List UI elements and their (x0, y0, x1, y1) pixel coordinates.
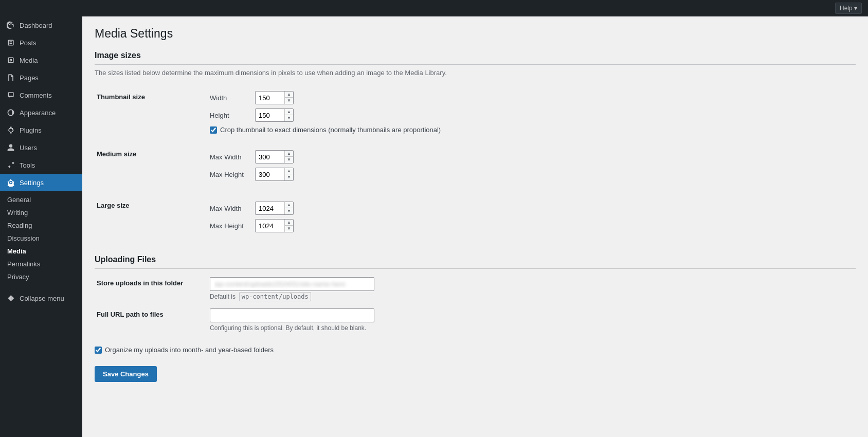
sidebar-item-posts-label: Posts (20, 39, 37, 47)
thumbnail-height-up[interactable]: ▲ (285, 109, 293, 115)
submenu-writing[interactable]: Writing (0, 206, 82, 219)
store-folder-hint-text: Default is (210, 293, 236, 300)
medium-height-input[interactable] (256, 169, 284, 180)
crop-thumbnail-checkbox[interactable] (210, 126, 217, 134)
full-url-row: Full URL path to files Configuring this … (95, 304, 856, 336)
uploading-title: Uploading Files (95, 255, 856, 269)
large-max-width-label: Max Width (210, 205, 251, 212)
media-icon (6, 56, 15, 65)
thumbnail-height-spinner: ▲ ▼ (284, 109, 293, 121)
thumbnail-size-row: Thumbnail size Width ▲ ▼ (95, 87, 856, 138)
large-width-input-wrap: ▲ ▼ (255, 202, 294, 215)
sidebar-item-users-label: Users (20, 144, 37, 152)
sidebar-item-dashboard-label: Dashboard (20, 22, 52, 29)
save-changes-button[interactable]: Save Changes (95, 366, 157, 382)
main-content: Media Settings Image sizes The sizes lis… (82, 16, 868, 437)
medium-height-up[interactable]: ▲ (285, 168, 293, 174)
sidebar-item-pages[interactable]: Pages (0, 69, 82, 86)
settings-icon (6, 178, 15, 187)
uploading-table: Store uploads in this folder Default is … (95, 273, 856, 336)
sidebar-item-plugins[interactable]: Plugins (0, 121, 82, 139)
collapse-menu-button[interactable]: Collapse menu (0, 289, 82, 307)
sidebar-item-tools[interactable]: Tools (0, 156, 82, 174)
thumbnail-width-input[interactable] (256, 92, 284, 104)
save-button-wrap: Save Changes (95, 354, 856, 382)
crop-checkbox-row: Crop thumbnail to exact dimensions (norm… (210, 126, 854, 134)
medium-height-input-wrap: ▲ ▼ (255, 168, 294, 181)
sidebar-item-dashboard[interactable]: Dashboard (0, 16, 82, 34)
settings-submenu: General Writing Reading Discussion Media… (0, 191, 82, 285)
full-url-input[interactable] (210, 308, 374, 322)
sidebar-item-settings-label: Settings (20, 179, 44, 187)
medium-max-width-label: Max Width (210, 153, 251, 161)
submenu-reading[interactable]: Reading (0, 219, 82, 232)
full-url-label: Full URL path to files (97, 311, 164, 318)
organize-uploads-row: Organize my uploads into month- and year… (95, 346, 856, 354)
large-height-spinner: ▲ ▼ (284, 220, 293, 232)
large-height-up[interactable]: ▲ (285, 220, 293, 226)
thumbnail-height-input[interactable] (256, 110, 284, 121)
sidebar-item-media[interactable]: Media (0, 51, 82, 69)
large-width-row: Max Width ▲ ▼ (210, 202, 854, 215)
collapse-icon (6, 294, 15, 303)
large-width-input[interactable] (256, 203, 284, 214)
sidebar-item-comments-label: Comments (20, 92, 52, 99)
submenu-general[interactable]: General (0, 193, 82, 206)
medium-width-row: Max Width ▲ ▼ (210, 150, 854, 163)
large-height-down[interactable]: ▼ (285, 226, 293, 232)
comments-icon (6, 90, 15, 100)
thumbnail-width-down[interactable]: ▼ (285, 98, 293, 104)
image-sizes-table: Thumbnail size Width ▲ ▼ (95, 87, 856, 241)
crop-thumbnail-label: Crop thumbnail to exact dimensions (norm… (220, 126, 441, 134)
medium-height-row: Max Height ▲ ▼ (210, 168, 854, 181)
large-width-down[interactable]: ▼ (285, 208, 293, 214)
image-sizes-desc: The sizes listed below determine the max… (95, 69, 856, 77)
sidebar-item-appearance[interactable]: Appearance (0, 104, 82, 121)
thumbnail-width-up[interactable]: ▲ (285, 92, 293, 98)
help-button[interactable]: Help ▾ (835, 3, 862, 14)
large-height-row: Max Height ▲ ▼ (210, 219, 854, 232)
organize-uploads-label: Organize my uploads into month- and year… (105, 346, 274, 354)
store-folder-hint: Default is wp-content/uploads (210, 293, 854, 300)
large-size-label: Large size (97, 202, 130, 209)
sidebar-item-posts[interactable]: Posts (0, 34, 82, 51)
store-folder-input[interactable] (210, 277, 374, 291)
submenu-discussion[interactable]: Discussion (0, 232, 82, 245)
full-url-hint: Configuring this is optional. By default… (210, 324, 854, 332)
medium-width-up[interactable]: ▲ (285, 151, 293, 157)
submenu-media[interactable]: Media (0, 245, 82, 258)
image-sizes-title: Image sizes (95, 51, 856, 65)
medium-height-down[interactable]: ▼ (285, 174, 293, 180)
submenu-permalinks[interactable]: Permalinks (0, 258, 82, 270)
store-folder-hint-code: wp-content/uploads (239, 292, 311, 301)
uploading-section: Uploading Files Store uploads in this fo… (95, 255, 856, 354)
large-size-row: Large size Max Width ▲ ▼ (95, 189, 856, 241)
store-folder-row: Store uploads in this folder Default is … (95, 273, 856, 304)
users-icon (6, 143, 15, 152)
submenu-privacy[interactable]: Privacy (0, 270, 82, 283)
thumbnail-height-down[interactable]: ▼ (285, 115, 293, 121)
medium-height-spinner: ▲ ▼ (284, 168, 293, 180)
large-height-input-wrap: ▲ ▼ (255, 219, 294, 232)
pages-icon (6, 73, 15, 82)
sidebar-item-appearance-label: Appearance (20, 109, 56, 117)
sidebar-item-users[interactable]: Users (0, 139, 82, 156)
posts-icon (6, 38, 15, 47)
large-max-height-label: Max Height (210, 222, 251, 230)
organize-uploads-checkbox[interactable] (95, 347, 102, 354)
thumbnail-size-label: Thumbnail size (97, 93, 145, 101)
appearance-icon (6, 108, 15, 117)
medium-width-spinner: ▲ ▼ (284, 151, 293, 163)
medium-max-height-label: Max Height (210, 171, 251, 178)
collapse-menu-label: Collapse menu (20, 295, 64, 302)
large-width-up[interactable]: ▲ (285, 202, 293, 208)
sidebar-item-plugins-label: Plugins (20, 126, 42, 134)
sidebar-item-tools-label: Tools (20, 161, 35, 169)
sidebar-item-settings[interactable]: Settings (0, 174, 82, 191)
medium-size-row: Medium size Max Width ▲ ▼ (95, 138, 856, 189)
medium-width-down[interactable]: ▼ (285, 157, 293, 163)
medium-width-input[interactable] (256, 151, 284, 163)
sidebar-item-comments[interactable]: Comments (0, 86, 82, 104)
thumbnail-height-label: Height (210, 112, 251, 119)
large-height-input[interactable] (256, 220, 284, 232)
